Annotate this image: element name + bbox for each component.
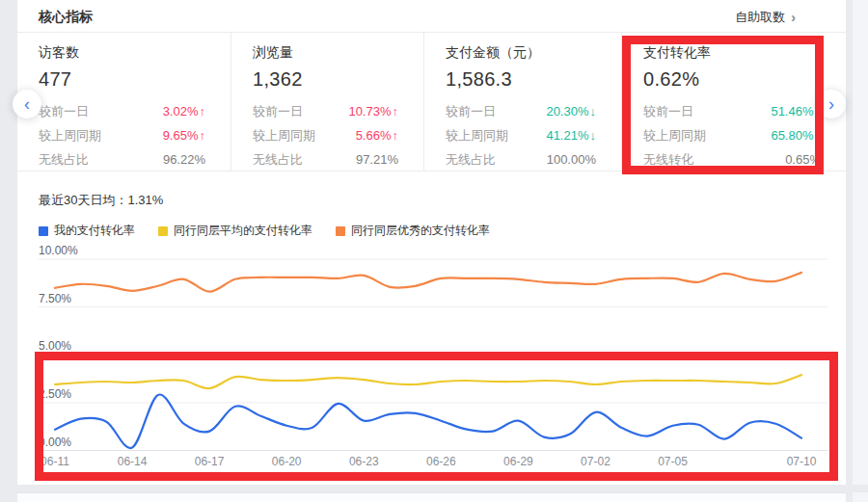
x-axis-tick: 06-29 xyxy=(489,455,547,468)
y-axis-tick: 10.00% xyxy=(39,244,78,257)
carousel-next-button[interactable]: › xyxy=(817,90,846,119)
y-axis-tick: 5.00% xyxy=(39,339,71,353)
chart-legend: 我的支付转化率同行同层平均的支付转化率同行同层优秀的支付转化率 xyxy=(39,223,490,239)
legend-label: 我的支付转化率 xyxy=(54,223,135,239)
x-axis-tick: 06-17 xyxy=(180,455,238,468)
x-axis-tick: 06-23 xyxy=(335,455,393,468)
x-axis-tick: 06-11 xyxy=(26,455,84,468)
x-axis-tick: 07-10 xyxy=(773,455,830,468)
series-line-2 xyxy=(55,375,801,388)
conversion-trend-chart xyxy=(0,0,868,502)
legend-swatch-icon xyxy=(158,226,168,236)
x-axis-tick: 06-26 xyxy=(412,455,470,468)
legend-item-2[interactable]: 同行同层平均的支付转化率 xyxy=(158,223,312,239)
legend-swatch-icon xyxy=(336,226,345,236)
legend-swatch-icon xyxy=(39,226,48,236)
legend-label: 同行同层优秀的支付转化率 xyxy=(351,223,490,239)
carousel-prev-button[interactable]: ‹ xyxy=(13,90,41,119)
y-axis-tick: 2.50% xyxy=(39,387,71,401)
y-axis-tick: 0.00% xyxy=(39,436,71,449)
y-axis-tick: 7.50% xyxy=(39,292,71,305)
x-axis-tick: 06-14 xyxy=(103,455,161,468)
legend-item-1[interactable]: 我的支付转化率 xyxy=(39,223,135,239)
legend-item-3[interactable]: 同行同层优秀的支付转化率 xyxy=(336,223,490,239)
x-axis-tick: 06-20 xyxy=(258,455,315,468)
x-axis-tick: 07-05 xyxy=(644,455,702,468)
series-line-3 xyxy=(55,273,801,292)
legend-label: 同行同层平均的支付转化率 xyxy=(174,223,312,239)
x-axis-tick: 07-02 xyxy=(566,455,624,468)
